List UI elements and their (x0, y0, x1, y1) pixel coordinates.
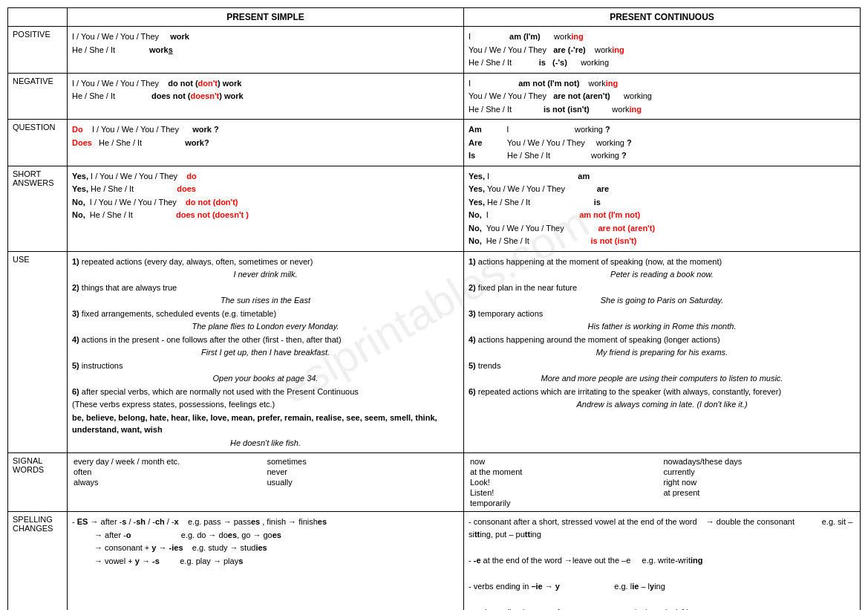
question-pc-cell: Am I working ? Are You / We / You / They… (464, 120, 861, 166)
spelling-changes-ps-cell: - ES → after -s / -sh / -ch / -x e.g. pa… (68, 512, 464, 611)
grammar-table: PRESENT SIMPLE PRESENT CONTINUOUS POSITI… (7, 7, 861, 610)
question-label: QUESTION (8, 120, 68, 166)
signal-words-label: SIGNAL WORDS (8, 453, 68, 512)
negative-label: NEGATIVE (8, 73, 68, 120)
empty-header (8, 8, 68, 27)
positive-label: POSITIVE (8, 27, 68, 74)
use-row: USE 1) repeated actions (every day, alwa… (8, 251, 861, 453)
short-answers-pc-cell: Yes, I am Yes, You / We / You / They are… (464, 166, 861, 251)
signal-words-row: SIGNAL WORDS every day / week / month et… (8, 453, 861, 512)
positive-pc-cell: I am (I'm) working You / We / You / They… (464, 27, 861, 74)
short-answers-label: SHORT ANSWERS (8, 166, 68, 251)
negative-ps-cell: I / You / We / You / They do not (don't)… (68, 73, 464, 120)
signal-words-ps-cell: every day / week / month etc. sometimes … (68, 453, 464, 512)
present-simple-header: PRESENT SIMPLE (68, 8, 464, 27)
negative-row: NEGATIVE I / You / We / You / They do no… (8, 73, 861, 120)
present-continuous-header: PRESENT CONTINUOUS (464, 8, 861, 27)
spelling-changes-row: SPELLING CHANGES - ES → after -s / -sh /… (8, 512, 861, 611)
spelling-changes-label: SPELLING CHANGES (8, 512, 68, 611)
negative-pc-cell: I am not (I'm not) working You / We / Yo… (464, 73, 861, 120)
question-ps-cell: Do I / You / We / You / They work ? Does… (68, 120, 464, 166)
short-answers-ps-cell: Yes, I / You / We / You / They do Yes, H… (68, 166, 464, 251)
use-pc-cell: 1) actions happening at the moment of sp… (464, 251, 861, 453)
positive-row: POSITIVE I / You / We / You / They work … (8, 27, 861, 74)
use-ps-cell: 1) repeated actions (every day, always, … (68, 251, 464, 453)
question-row: QUESTION Do I / You / We / You / They wo… (8, 120, 861, 166)
use-label: USE (8, 251, 68, 453)
positive-ps-cell: I / You / We / You / They work He / She … (68, 27, 464, 74)
signal-words-pc-cell: now nowadays/these days at the moment cu… (464, 453, 861, 512)
spelling-changes-pc-cell: - consonant after a short, stressed vowe… (464, 512, 861, 611)
short-answers-row: SHORT ANSWERS Yes, I / You / We / You / … (8, 166, 861, 251)
